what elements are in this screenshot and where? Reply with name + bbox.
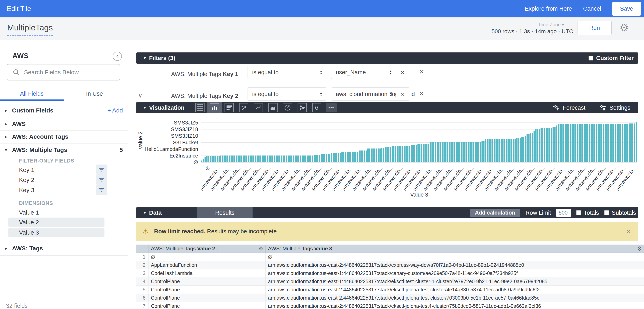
bar[interactable] <box>288 156 289 162</box>
bar[interactable] <box>374 148 376 162</box>
line-chart-button[interactable] <box>251 102 266 113</box>
timezone-dropdown[interactable]: Time Zone ▾ <box>538 22 564 28</box>
bar[interactable] <box>253 156 254 162</box>
caret-right-icon[interactable]: ▸ <box>0 121 12 127</box>
bar[interactable] <box>620 124 621 162</box>
table-row[interactable]: 1∅∅ <box>136 253 644 261</box>
results-tab[interactable]: Results <box>197 207 252 218</box>
bar[interactable] <box>430 142 431 162</box>
more-options-button[interactable]: ••• <box>324 102 338 113</box>
bar[interactable] <box>520 138 521 162</box>
cell-value-2[interactable]: ControlPlane <box>148 286 266 294</box>
bar[interactable] <box>329 154 330 162</box>
subtotals-checkbox[interactable] <box>604 210 609 215</box>
bar[interactable] <box>497 139 498 162</box>
bar[interactable] <box>537 129 538 162</box>
filter-icon-button-key-3[interactable] <box>96 185 107 195</box>
bar[interactable] <box>357 152 358 162</box>
bar[interactable] <box>506 139 507 162</box>
bar[interactable] <box>204 157 206 162</box>
bar[interactable] <box>407 146 408 162</box>
bar[interactable] <box>416 145 417 162</box>
bar[interactable] <box>238 156 239 162</box>
bar[interactable] <box>558 124 559 162</box>
bar[interactable] <box>442 142 443 162</box>
bar[interactable] <box>348 152 350 162</box>
bar[interactable] <box>592 124 594 162</box>
bar[interactable] <box>281 156 282 162</box>
bar[interactable] <box>546 128 547 162</box>
bar[interactable] <box>291 156 292 162</box>
bar[interactable] <box>277 156 278 162</box>
bar[interactable] <box>457 142 458 162</box>
close-icon[interactable]: × <box>626 227 631 236</box>
bar[interactable] <box>433 142 434 162</box>
sidebar-item-aws-account-tags[interactable]: ▸ AWS: Account Tags <box>0 131 128 142</box>
bar[interactable] <box>217 156 218 162</box>
bar[interactable] <box>549 128 550 162</box>
bar[interactable] <box>482 141 483 162</box>
bar[interactable] <box>523 137 524 162</box>
bar[interactable] <box>390 147 391 162</box>
run-button[interactable]: Run <box>578 21 612 35</box>
sidebar-item-custom-fields[interactable]: ▸ Custom Fields + Add <box>0 104 128 116</box>
bar-chart[interactable]: ∅Ec2InstanceHello1LambdaFunctionS31Bucke… <box>136 113 644 207</box>
cell-value-2[interactable]: CodeHashLambda <box>148 269 266 277</box>
bar[interactable] <box>376 148 377 162</box>
sidebar-item-aws-multiple-tags[interactable]: ▾ AWS: Multiple Tags 5 <box>0 144 128 156</box>
gear-icon[interactable]: ⚙ <box>620 21 629 34</box>
bar[interactable] <box>305 156 306 162</box>
bar[interactable] <box>473 142 474 162</box>
bar[interactable] <box>596 124 597 162</box>
bar[interactable] <box>518 138 519 162</box>
bar[interactable] <box>616 124 618 162</box>
column-header-value-2[interactable]: AWS: Multiple Tags Value 2 ↑ ⚙ <box>148 244 266 252</box>
bar[interactable] <box>406 146 407 162</box>
subtotals-toggle[interactable]: Subtotals <box>604 210 636 216</box>
bar[interactable] <box>284 156 286 162</box>
bar[interactable] <box>272 156 273 162</box>
bar[interactable] <box>568 124 569 162</box>
bar[interactable] <box>589 124 590 162</box>
bar[interactable] <box>624 124 625 162</box>
bar[interactable] <box>355 152 356 162</box>
cell-value-3[interactable]: ∅ <box>266 254 644 260</box>
bar[interactable] <box>218 156 220 162</box>
bar[interactable] <box>470 142 471 162</box>
bar[interactable] <box>573 124 574 162</box>
bar[interactable] <box>423 144 424 162</box>
bar[interactable] <box>572 124 573 162</box>
bar[interactable] <box>530 133 531 162</box>
bar[interactable] <box>392 146 393 162</box>
bar[interactable] <box>464 142 466 162</box>
bar[interactable] <box>514 139 516 162</box>
viz-settings-button[interactable]: Settings <box>599 104 630 111</box>
bar[interactable] <box>378 148 379 162</box>
bar[interactable] <box>513 139 514 162</box>
bar[interactable] <box>404 146 405 162</box>
bar[interactable] <box>599 124 600 162</box>
cell-value-2[interactable]: ∅ <box>148 253 266 261</box>
bar[interactable] <box>397 146 398 162</box>
table-chart-button[interactable] <box>192 102 207 113</box>
bar[interactable] <box>539 129 540 162</box>
bar[interactable] <box>308 156 310 162</box>
table-row[interactable]: 3CodeHashLambdaarn:aws:cloudformation:us… <box>136 269 644 278</box>
bar[interactable] <box>490 139 492 162</box>
filter-icon-button-key-2[interactable] <box>96 174 107 185</box>
bar[interactable] <box>540 128 542 162</box>
caret-down-icon[interactable]: ▾ <box>144 210 146 215</box>
field-value-3-selected[interactable]: Value 3 <box>8 228 104 237</box>
column-gear-icon[interactable]: ⚙ <box>258 245 263 252</box>
bar[interactable] <box>461 142 462 162</box>
bar[interactable] <box>203 159 204 162</box>
bar[interactable] <box>248 156 249 162</box>
bar[interactable] <box>243 156 244 162</box>
bar[interactable] <box>338 153 339 162</box>
caret-down-icon[interactable]: ▾ <box>144 105 146 110</box>
field-value-2-selected[interactable]: Value 2 <box>8 218 104 227</box>
bar[interactable] <box>388 147 389 162</box>
bar[interactable] <box>488 139 490 162</box>
bar[interactable] <box>471 142 472 162</box>
bar[interactable] <box>456 142 457 162</box>
